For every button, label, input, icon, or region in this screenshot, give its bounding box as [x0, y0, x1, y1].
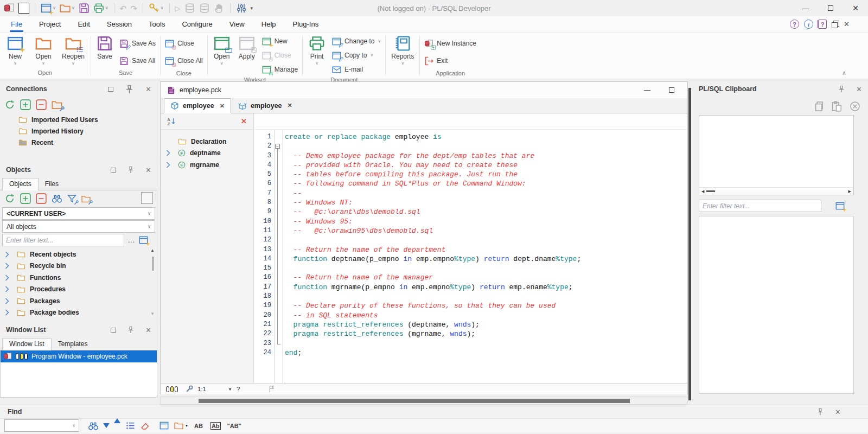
close-browser-icon[interactable]: ✕: [241, 117, 247, 125]
rollback-icon[interactable]: [199, 3, 210, 14]
tree-item[interactable]: Recent objects: [0, 248, 157, 260]
undo-icon[interactable]: ↶: [120, 4, 127, 12]
new-window-button[interactable]: ∨: [41, 3, 56, 14]
tree-item[interactable]: Imported History: [0, 125, 157, 137]
color-indicator-button[interactable]: [141, 192, 153, 204]
close-panel-icon[interactable]: ✕: [835, 409, 841, 416]
open-in-new-window-icon[interactable]: [835, 201, 845, 210]
execute-icon[interactable]: ▷: [175, 5, 181, 12]
browser-filter-icon[interactable]: [67, 194, 76, 203]
match-case-icon[interactable]: AB: [194, 423, 203, 429]
ribbon-workset-new-button[interactable]: New: [259, 34, 301, 48]
scroll-up-icon[interactable]: ▲: [150, 248, 155, 253]
add-icon[interactable]: [20, 193, 31, 204]
code-editor[interactable]: 1create or replace package employee is2−…: [254, 113, 687, 383]
search-up-icon[interactable]: [114, 423, 120, 428]
search-window-icon[interactable]: [159, 421, 169, 430]
tab-package-spec[interactable]: employee ✕: [164, 98, 231, 113]
tree-item[interactable]: Recent: [0, 137, 157, 148]
manual-icon[interactable]: ?: [818, 20, 827, 29]
ribbon-change-to-button[interactable]: Change to ∨: [329, 34, 384, 48]
open-file-button[interactable]: ∨: [60, 3, 75, 14]
ribbon-save-as-button[interactable]: Save As: [117, 36, 158, 50]
tab-files[interactable]: Files: [39, 178, 65, 190]
ribbon-close-button[interactable]: Close: [162, 36, 206, 50]
toolbar-more-dropdown[interactable]: ▾: [251, 6, 253, 11]
minimize-button[interactable]: —: [793, 0, 818, 16]
status-dropdown-icon[interactable]: ▾: [229, 387, 231, 392]
commit-icon[interactable]: [184, 3, 195, 14]
pin-icon[interactable]: [838, 85, 845, 93]
ribbon-copy-to-button[interactable]: Copy to ∨: [329, 48, 384, 62]
blank-document-icon[interactable]: [18, 3, 29, 14]
clipboard-splitter[interactable]: [688, 88, 691, 400]
clipboard-filter-input[interactable]: [699, 200, 821, 212]
paste-icon[interactable]: [831, 101, 842, 112]
menu-item-project[interactable]: Project: [38, 16, 62, 33]
ribbon-workset-manage-button[interactable]: Manage: [259, 62, 301, 76]
refresh-icon[interactable]: [4, 99, 15, 110]
minimize-window-icon[interactable]: —: [644, 86, 650, 94]
redo-icon[interactable]: ↷: [130, 4, 137, 12]
sort-alpha-icon[interactable]: [167, 117, 176, 126]
maximize-panel-icon[interactable]: [111, 168, 116, 173]
clear-icon[interactable]: [850, 101, 860, 112]
tree-item[interactable]: Procedures: [0, 284, 157, 296]
ribbon-print-button[interactable]: Print ∨: [304, 34, 329, 66]
menu-item-session[interactable]: Session: [106, 16, 133, 33]
menu-item-tools[interactable]: Tools: [148, 16, 166, 33]
close-panel-icon[interactable]: ✕: [145, 86, 151, 93]
save-file-button[interactable]: [79, 3, 90, 14]
scrollbar-thumb[interactable]: [199, 399, 630, 403]
browser-item[interactable]: mgrname: [161, 159, 253, 171]
ribbon-new-instance-button[interactable]: New Instance: [422, 36, 479, 50]
ribbon-open-button[interactable]: Open ∨: [29, 34, 58, 66]
maximize-button[interactable]: [818, 0, 843, 16]
help-icon[interactable]: ?: [790, 20, 799, 29]
browser-folders-icon[interactable]: [81, 194, 91, 203]
ribbon-workset-open-button[interactable]: Open ∨: [209, 34, 234, 66]
find-search-icon[interactable]: [88, 420, 99, 431]
restore-window-icon[interactable]: [832, 21, 839, 28]
tree-item[interactable]: Imported Fixed Users: [0, 114, 157, 125]
refresh-icon[interactable]: [4, 193, 15, 204]
break-icon[interactable]: [214, 3, 225, 14]
pin-icon[interactable]: [125, 85, 134, 94]
tab-templates[interactable]: Templates: [52, 339, 94, 350]
ribbon-new-button[interactable]: New ∨: [1, 34, 29, 66]
ribbon-close-all-button[interactable]: Close All: [162, 54, 206, 68]
pin-icon[interactable]: [127, 166, 134, 174]
tab-window-list[interactable]: Window List: [2, 338, 52, 350]
close-tab-icon[interactable]: ✕: [220, 103, 225, 110]
close-panel-icon[interactable]: ✕: [145, 167, 151, 174]
filter-more-button[interactable]: ...: [128, 237, 135, 244]
object-filter-select[interactable]: All objects ∨: [2, 220, 155, 233]
ribbon-save-all-button[interactable]: Save All: [117, 54, 158, 68]
close-menu-icon[interactable]: ✕: [844, 20, 850, 28]
clear-results-icon[interactable]: [141, 421, 150, 430]
print-button[interactable]: ∨: [93, 3, 108, 14]
close-button[interactable]: ✕: [843, 0, 868, 16]
objects-scrollbar[interactable]: ▲ ▼: [149, 248, 156, 318]
ribbon-workset-apply-button[interactable]: Apply: [234, 34, 259, 60]
scroll-right-icon[interactable]: ▶: [846, 189, 853, 194]
tree-item[interactable]: Functions: [0, 272, 157, 284]
add-connection-icon[interactable]: [20, 99, 31, 110]
clipboard-scrollbar[interactable]: ◀ ▶: [699, 187, 853, 195]
ribbon-workset-close-button[interactable]: Close: [259, 48, 301, 62]
close-panel-icon[interactable]: ✕: [856, 86, 862, 93]
clipboard-content-area[interactable]: [699, 216, 854, 394]
whole-word-icon[interactable]: Ab: [210, 422, 221, 430]
menu-item-plugins[interactable]: Plug-Ins: [292, 16, 320, 33]
remove-connection-icon[interactable]: [36, 99, 47, 110]
scrollbar-thumb[interactable]: [706, 190, 715, 192]
browser-search-icon[interactable]: [52, 193, 62, 204]
ribbon-exit-button[interactable]: Exit: [422, 54, 479, 68]
user-select[interactable]: <CURRENT USER> ∨: [2, 207, 155, 220]
search-folder-icon[interactable]: [174, 421, 183, 430]
maximize-panel-icon[interactable]: [111, 328, 116, 333]
menu-item-file[interactable]: File: [10, 16, 23, 33]
result-list-icon[interactable]: [126, 421, 135, 430]
quoted-match-icon[interactable]: "AB": [227, 423, 241, 429]
tab-objects[interactable]: Objects: [2, 178, 39, 190]
